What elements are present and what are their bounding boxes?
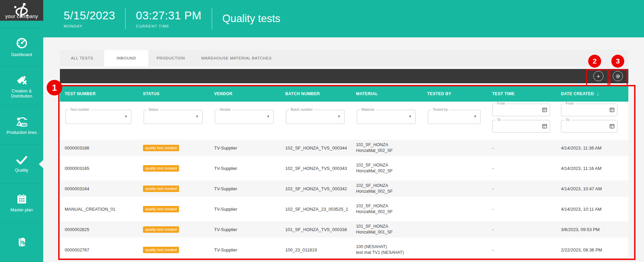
column-header-batch-number[interactable]: BATCH NUMBER [285,91,356,96]
filter-test-time-from[interactable]: From [492,104,550,116]
cell-vendor: TV-Supplier [214,186,285,191]
column-header-test-number[interactable]: TEST NUMBER [65,91,143,96]
table-row[interactable]: 0000003164 quality test created TV-Suppl… [60,180,628,197]
column-header-vendor[interactable]: VENDOR [214,91,285,96]
filter-batch-number-select[interactable]: Batch number ▼ [286,110,344,124]
main-area: 5/15/2023 MONDAY 03:27:31 PM CURRENT TIM… [43,0,644,262]
cell-vendor: TV-Supplier [214,227,285,232]
column-header-tested-by[interactable]: TESTED BY [427,91,492,96]
tab-warehouse-material-batches[interactable]: WAREHOUSE MATERIAL BATCHES [193,50,280,66]
cell-test-time: - [492,207,561,212]
table-body: Test number ▼ Status ▼ Vendor ▼ [60,102,628,258]
cell-batch-number: 102_SF_HONZA_23_003525_1 [285,207,356,212]
status-badge: quality test created [143,226,179,233]
cell-test-number: 0000003165 [65,166,143,171]
calendar-icon[interactable] [542,107,547,112]
active-item-notch [39,160,43,168]
sidebar-nav: Dashboard Creation & Distribution [0,28,43,262]
header-time-block: 03:27:31 PM CURRENT TIME [136,9,212,28]
table-header-row: TEST NUMBER STATUS VENDOR BATCH NUMBER M… [60,86,628,102]
sidebar-item-production-lines[interactable]: Production lines [0,106,43,145]
table-row[interactable]: MANUAL_CREATION_01 quality test created … [60,201,628,217]
chevron-down-icon: ▼ [124,115,128,118]
cell-date-created: 4/14/2023, 11:16 AM [561,166,628,171]
column-header-status[interactable]: STATUS [143,91,214,96]
cell-material: 100 (NESAHAT)test mat TV1 (NESAHAT) [356,244,427,256]
status-badge: quality test created [143,145,179,151]
tab-all-tests[interactable]: ALL TESTS [60,50,104,66]
tab-production[interactable]: PRODUCTION [148,50,193,66]
filter-tested-by-select[interactable]: Tested by ▼ [428,110,481,124]
tab-bar: ALL TESTS INBOUND PRODUCTION WAREHOUSE M… [60,50,628,66]
cell-test-number: 0000002825 [65,227,143,232]
filter-test-time-to[interactable]: To [492,120,550,133]
calendar-icon[interactable] [610,124,614,128]
sidebar-item-master-plan[interactable]: Master plan [0,184,43,223]
header: 5/15/2023 MONDAY 03:27:31 PM CURRENT TIM… [43,0,644,37]
cell-test-time: - [492,247,561,252]
sidebar-item-label: Dashboard [11,52,33,57]
quality-check-icon [15,155,28,165]
column-header-date-created[interactable]: DATE CREATED ↓ [561,91,628,97]
table-row[interactable]: 0000002825 quality test created TV-Suppl… [60,221,628,238]
header-day: MONDAY [64,24,115,28]
filter-status-select[interactable]: Status ▼ [144,110,203,124]
page-title: Quality tests [222,13,280,25]
add-test-button[interactable]: + [593,71,603,81]
sidebar-item-warehouse[interactable] [0,223,43,262]
cell-batch-number: 102_SF_HONZA_TVS_000343 [285,166,356,171]
table-row[interactable]: 0000003165 quality test created TV-Suppl… [60,160,628,176]
cell-vendor: TV-Supplier [214,247,285,252]
table-rows: 0000003166 quality test created TV-Suppl… [60,138,628,258]
filter-label: Status [147,108,160,111]
sidebar-item-dashboard[interactable]: Dashboard [0,28,43,67]
plus-icon: + [597,73,600,79]
filter-test-number-select[interactable]: Test number ▼ [65,110,131,124]
table-row[interactable]: 0000003166 quality test created TV-Suppl… [60,140,628,156]
creation-distribution-icon [16,73,28,86]
filter-label: To [496,118,502,122]
filter-date-created-to[interactable]: To [561,120,617,133]
cell-date-created: 2/22/2023, 08:36 PM [561,247,628,252]
sidebar-item-quality[interactable]: Quality [0,145,43,184]
calendar-icon[interactable] [610,107,614,112]
cell-date-created: 4/14/2023, 10:47 AM [561,186,628,191]
filter-label: Batch number [289,108,314,111]
status-badge: quality test created [143,247,179,253]
sidebar-item-creation-distribution[interactable]: Creation & Distribution [0,67,43,106]
warehouse-box-icon [16,236,28,248]
cell-batch-number: 101_SF_HONZA_TVS_000338 [285,227,356,232]
production-lines-icon [15,115,28,127]
cell-date-created: 3/6/2023, 09:53 PM [561,227,628,232]
calendar-icon[interactable] [542,124,547,128]
filter-label: Material [360,108,375,111]
column-header-test-time[interactable]: TEST TIME [492,91,561,96]
cell-material: 102_SF_HONZAHonzaMat_002_SF [356,142,427,154]
cell-material: 101_SF_HONZAHonzaMat_001_SF [356,224,427,235]
cell-test-number: 0000003166 [65,145,143,151]
sidebar-item-label: Production lines [6,130,37,135]
master-plan-calendar-icon [16,194,28,205]
chevron-down-icon: ▼ [408,115,412,118]
filter-date-created-from[interactable]: From [561,104,617,116]
column-header-material[interactable]: MATERIAL [356,91,427,96]
header-time: 03:27:31 PM [136,9,202,22]
sort-desc-icon: ↓ [597,91,599,97]
header-time-label: CURRENT TIME [136,24,202,28]
cell-test-number: 0000003164 [65,186,143,191]
settings-button[interactable] [613,71,623,81]
cell-batch-number: 102_SF_HONZA_TVS_000342 [285,186,356,191]
sidebar-item-label: Quality [14,168,29,173]
content: ALL TESTS INBOUND PRODUCTION WAREHOUSE M… [43,37,628,262]
cell-test-number: MANUAL_CREATION_01 [65,207,143,212]
cell-vendor: TV-Supplier [214,166,285,171]
cell-material: 102_SF_HONZAHonzaMat_002_SF [356,162,427,174]
chevron-down-icon: ▼ [267,115,270,118]
filter-vendor-select[interactable]: Vendor ▼ [215,110,274,124]
tab-inbound[interactable]: INBOUND [104,50,148,66]
cell-vendor: TV-Supplier [214,145,285,151]
filter-material-select[interactable]: Material ▼ [357,110,416,124]
table-row[interactable]: 0000002767 quality test created TV-Suppl… [60,242,628,258]
filter-label: From [564,102,575,105]
filter-row: Test number ▼ Status ▼ Vendor ▼ [60,102,628,138]
